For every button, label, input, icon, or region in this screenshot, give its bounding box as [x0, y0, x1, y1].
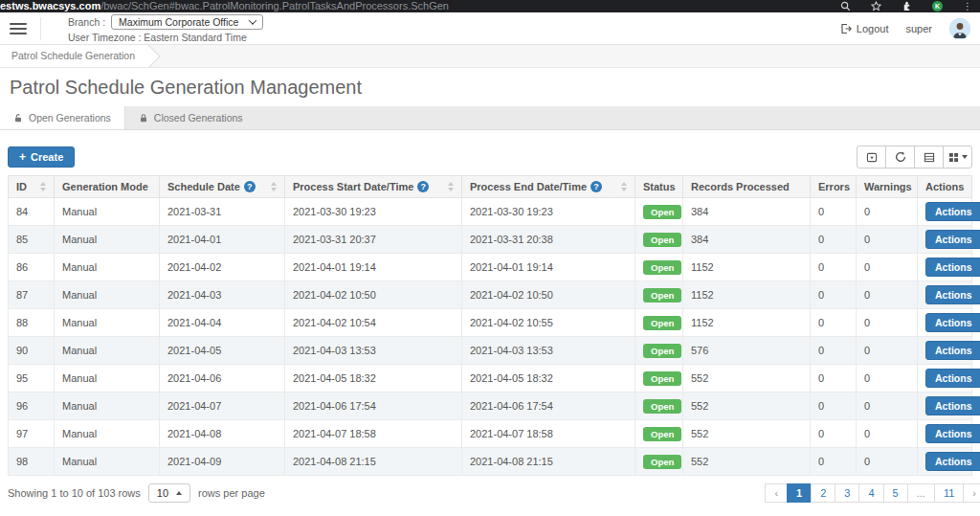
- tab-closed-generations[interactable]: Closed Generations: [125, 106, 256, 129]
- column-label: Generation Mode: [62, 181, 148, 192]
- address-bar[interactable]: estws.bwacsys.com/bwac/SchGen#bwac.Patro…: [0, 0, 449, 12]
- cell-process-end: 2021-04-06 17:54: [462, 393, 635, 420]
- column-header-warnings: Warnings: [857, 176, 918, 198]
- help-icon[interactable]: ?: [590, 181, 602, 192]
- cell-warnings: 0: [857, 226, 918, 254]
- cell-process-start: 2021-04-02 10:54: [285, 309, 462, 337]
- page-button-3[interactable]: 3: [835, 483, 859, 503]
- page-button-4[interactable]: 4: [858, 483, 883, 503]
- branch-select[interactable]: Maximum Corporate Office: [111, 14, 263, 30]
- branch-label: Branch :: [68, 16, 105, 28]
- cell-errors: 0: [811, 337, 857, 365]
- actions-button[interactable]: Actions: [925, 313, 980, 332]
- page-button-2[interactable]: 2: [811, 483, 835, 503]
- browser-menu-icon[interactable]: ⋮: [963, 2, 972, 11]
- status-badge: Open: [643, 399, 681, 414]
- create-button[interactable]: + Create: [8, 146, 75, 168]
- actions-button[interactable]: Actions: [925, 202, 980, 221]
- card-caret-icon: [866, 152, 878, 163]
- cell-process-end: 2021-04-02 10:50: [462, 281, 635, 309]
- next-page-button[interactable]: ›: [963, 483, 980, 503]
- breadcrumb-item[interactable]: Patrol Schedule Generation: [0, 45, 148, 67]
- cell-warnings: 0: [857, 309, 918, 337]
- username-text: super: [905, 23, 932, 34]
- cell-generation-mode: Manual: [55, 198, 160, 226]
- cell-id: 84: [9, 198, 55, 226]
- column-header-id[interactable]: ID: [9, 176, 55, 198]
- actions-button[interactable]: Actions: [925, 230, 980, 249]
- sort-icon[interactable]: [271, 182, 277, 191]
- search-icon[interactable]: [840, 1, 851, 11]
- actions-button[interactable]: Actions: [925, 424, 980, 443]
- columns-button[interactable]: [943, 146, 972, 168]
- hamburger-menu-icon[interactable]: [10, 23, 27, 34]
- sort-icon[interactable]: [448, 182, 454, 191]
- table-row: 96Manual2021-04-072021-04-06 17:542021-0…: [9, 393, 972, 420]
- column-header-process-start[interactable]: Process Start Date/Time?: [285, 176, 462, 198]
- user-avatar[interactable]: [949, 18, 970, 39]
- logout-button[interactable]: Logout: [840, 23, 889, 34]
- page-title: Patrol Schedule Generation Management: [10, 77, 970, 99]
- actions-button[interactable]: Actions: [925, 452, 980, 471]
- column-label: Actions: [925, 181, 964, 192]
- toggle-view-button[interactable]: [914, 146, 944, 168]
- divider: [40, 17, 41, 40]
- cell-generation-mode: Manual: [55, 448, 160, 476]
- page-ellipsis: ...: [907, 483, 935, 503]
- column-label: Errors: [818, 181, 850, 192]
- cell-status: Open: [635, 198, 683, 226]
- cell-process-start: 2021-03-31 20:37: [285, 226, 462, 254]
- column-header-schedule-date[interactable]: Schedule Date?: [160, 176, 285, 198]
- pagination-switch-button[interactable]: [857, 146, 886, 168]
- cell-id: 97: [9, 420, 55, 448]
- cell-errors: 0: [811, 365, 857, 393]
- help-icon[interactable]: ?: [417, 181, 429, 192]
- cell-schedule-date: 2021-04-06: [160, 365, 285, 393]
- actions-button[interactable]: Actions: [925, 369, 980, 388]
- branch-select-value: Maximum Corporate Office: [119, 16, 238, 28]
- cell-schedule-date: 2021-04-09: [160, 448, 285, 476]
- generations-table: IDGeneration ModeSchedule Date?Process S…: [8, 175, 972, 476]
- page-button-1[interactable]: 1: [787, 483, 812, 503]
- actions-button[interactable]: Actions: [925, 396, 980, 415]
- tab-open-generations[interactable]: Open Generations: [0, 106, 125, 129]
- cell-actions: Actions: [918, 254, 972, 281]
- status-badge: Open: [643, 205, 681, 219]
- table-row: 97Manual2021-04-082021-04-07 18:582021-0…: [9, 420, 972, 448]
- pagination-info: Showing 1 to 10 of 103 rows: [8, 487, 141, 499]
- table-row: 84Manual2021-03-312021-03-30 19:232021-0…: [9, 198, 972, 226]
- actions-button[interactable]: Actions: [925, 341, 980, 360]
- cell-actions: Actions: [918, 198, 972, 226]
- column-header-status: Status: [635, 176, 683, 198]
- page-size-value: 10: [157, 487, 168, 499]
- extensions-icon[interactable]: [902, 1, 912, 11]
- help-icon[interactable]: ?: [244, 181, 256, 192]
- sort-icon[interactable]: [40, 182, 46, 191]
- cell-errors: 0: [811, 309, 857, 337]
- bookmark-star-icon[interactable]: [871, 1, 881, 11]
- cell-actions: Actions: [918, 393, 972, 420]
- column-header-actions: Actions: [918, 176, 972, 198]
- cell-warnings: 0: [857, 198, 918, 226]
- page-button-11[interactable]: 11: [934, 483, 964, 503]
- tab-label: Closed Generations: [154, 112, 243, 123]
- status-badge: Open: [643, 371, 681, 386]
- create-button-label: Create: [31, 151, 63, 163]
- actions-button[interactable]: Actions: [925, 285, 980, 304]
- prev-page-button[interactable]: ‹: [765, 483, 788, 503]
- refresh-button[interactable]: [885, 146, 915, 168]
- cell-process-end: 2021-04-02 10:55: [462, 309, 635, 337]
- cell-process-start: 2021-04-08 21:15: [285, 448, 462, 476]
- page-button-5[interactable]: 5: [883, 483, 908, 503]
- actions-button-label: Actions: [926, 397, 980, 415]
- cell-errors: 0: [811, 420, 857, 448]
- column-label: Status: [643, 181, 676, 192]
- browser-profile-avatar[interactable]: K: [932, 1, 943, 11]
- sort-icon[interactable]: [621, 182, 627, 191]
- status-badge: Open: [643, 455, 681, 469]
- column-header-process-end[interactable]: Process End Date/Time?: [462, 176, 635, 198]
- actions-button-label: Actions: [926, 425, 980, 442]
- status-badge: Open: [643, 427, 681, 441]
- actions-button[interactable]: Actions: [925, 258, 980, 277]
- page-size-select[interactable]: 10: [148, 483, 190, 503]
